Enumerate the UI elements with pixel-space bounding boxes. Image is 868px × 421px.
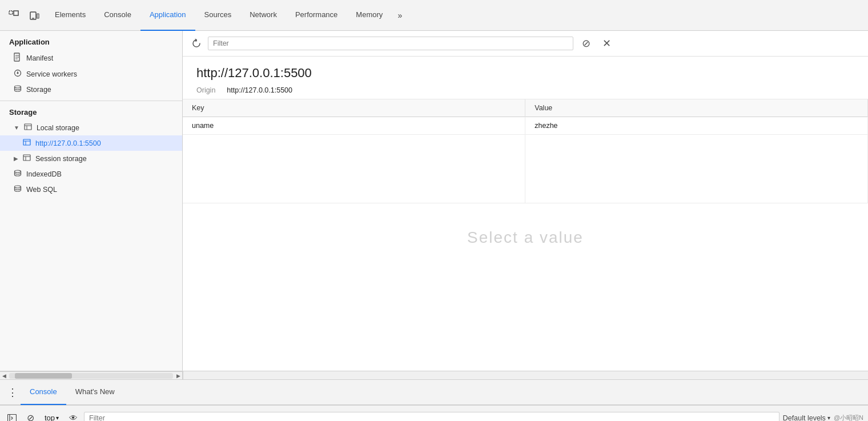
sidebar-item-storage-label: Storage bbox=[26, 86, 51, 94]
context-arrow-icon: ▾ bbox=[56, 415, 59, 421]
console-filter-input[interactable] bbox=[84, 412, 779, 422]
sidebar-item-session-storage[interactable]: ▶ Session storage bbox=[0, 151, 182, 166]
storage-table: Key Value uname zhezhe bbox=[183, 99, 868, 203]
sidebar-section-application: Application bbox=[0, 31, 182, 50]
inspect-element-icon[interactable] bbox=[5, 6, 23, 25]
table-area: Key Value uname zhezhe Select a va bbox=[183, 99, 868, 371]
table-header-row: Key Value bbox=[183, 99, 868, 117]
context-label: top bbox=[45, 414, 55, 421]
bottom-panel: ⋮ Console What's New ⊘ top ▾ 👁 Default l… bbox=[0, 379, 868, 421]
tab-console[interactable]: Console bbox=[95, 0, 140, 31]
main-layout: Application Manifest Service wor bbox=[0, 31, 868, 371]
table-body: uname zhezhe bbox=[183, 117, 868, 203]
sidebar: Application Manifest Service wor bbox=[0, 31, 183, 371]
hscroll-right-btn[interactable]: ▶ bbox=[174, 372, 182, 380]
sidebar-item-storage-app[interactable]: Storage bbox=[0, 82, 182, 97]
tab-performance[interactable]: Performance bbox=[286, 0, 347, 31]
origin-label: Origin bbox=[196, 86, 215, 94]
tab-sources[interactable]: Sources bbox=[195, 0, 241, 31]
session-storage-icon bbox=[23, 154, 31, 163]
col-key-header: Key bbox=[183, 99, 525, 117]
bottom-bar: ⊘ top ▾ 👁 Default levels ▾ @小昭昭N bbox=[0, 405, 868, 421]
tab-network[interactable]: Network bbox=[240, 0, 286, 31]
table-empty-key bbox=[183, 135, 525, 203]
svg-rect-3 bbox=[37, 14, 39, 18]
content-panel: ⊘ ✕ http://127.0.0.1:5500 Origin http://… bbox=[183, 31, 868, 371]
local-storage-expand-arrow: ▼ bbox=[14, 125, 19, 131]
local-storage-child-icon bbox=[23, 138, 31, 148]
origin-value: http://127.0.0.1:5500 bbox=[227, 86, 292, 94]
block-icon: ⊘ bbox=[27, 412, 34, 421]
sidebar-item-service-workers[interactable]: Service workers bbox=[0, 66, 182, 82]
svg-rect-15 bbox=[23, 139, 30, 145]
filter-input[interactable] bbox=[208, 37, 573, 50]
user-label: @小昭昭N bbox=[834, 414, 863, 421]
more-tabs-button[interactable]: » bbox=[392, 7, 408, 23]
table-watermark-text: Select a value bbox=[467, 228, 584, 249]
more-options-icon: ⋮ bbox=[7, 386, 18, 399]
context-selector[interactable]: top ▾ bbox=[41, 412, 62, 421]
origin-url-title: http://127.0.0.1:5500 bbox=[196, 66, 854, 81]
svg-point-10 bbox=[17, 73, 19, 74]
sidebar-scrollbar-row: ◀ ▶ bbox=[0, 371, 868, 379]
tab-application[interactable]: Application bbox=[140, 0, 195, 31]
bottom-tab-whats-new[interactable]: What's New bbox=[66, 380, 124, 405]
svg-point-22 bbox=[15, 186, 21, 188]
svg-rect-12 bbox=[25, 124, 31, 130]
filter-close-button[interactable]: ✕ bbox=[598, 35, 614, 51]
filter-clear-button[interactable]: ⊘ bbox=[578, 35, 594, 51]
sidebar-item-local-storage-child[interactable]: http://127.0.0.1:5500 bbox=[0, 135, 182, 151]
session-storage-expand-arrow: ▶ bbox=[14, 155, 18, 162]
refresh-button[interactable] bbox=[190, 37, 203, 50]
table-empty-value bbox=[525, 135, 868, 203]
eye-button[interactable]: 👁 bbox=[66, 411, 81, 422]
sidebar-toggle-button[interactable] bbox=[5, 411, 19, 422]
sidebar-section-storage: Storage bbox=[0, 105, 182, 120]
table-empty-row[interactable] bbox=[183, 135, 868, 203]
eye-icon: 👁 bbox=[69, 413, 78, 421]
sidebar-item-manifest[interactable]: Manifest bbox=[0, 50, 182, 66]
service-workers-icon bbox=[14, 69, 22, 79]
manifest-icon bbox=[14, 53, 22, 63]
svg-rect-18 bbox=[23, 155, 30, 161]
hscroll-track[interactable] bbox=[9, 373, 173, 379]
sidebar-item-local-storage[interactable]: ▼ Local storage bbox=[0, 120, 182, 135]
levels-arrow-icon: ▾ bbox=[827, 415, 830, 421]
sidebar-item-service-workers-label: Service workers bbox=[26, 70, 77, 78]
hscroll-left-btn[interactable]: ◀ bbox=[0, 372, 8, 380]
default-levels-button[interactable]: Default levels ▾ bbox=[783, 414, 830, 422]
sidebar-item-manifest-label: Manifest bbox=[26, 54, 53, 62]
table-cell-value: zhezhe bbox=[525, 117, 868, 135]
web-sql-label: Web SQL bbox=[26, 186, 57, 194]
svg-point-11 bbox=[15, 86, 21, 88]
table-row[interactable]: uname zhezhe bbox=[183, 117, 868, 135]
indexed-db-label: IndexedDB bbox=[26, 170, 62, 178]
bottom-tabs: ⋮ Console What's New bbox=[0, 380, 868, 405]
bottom-menu-button[interactable]: ⋮ bbox=[5, 384, 21, 400]
content-hscroll-spacer bbox=[183, 371, 868, 379]
origin-row: Origin http://127.0.0.1:5500 bbox=[196, 86, 854, 94]
local-storage-icon bbox=[24, 123, 32, 133]
table-watermark: Select a value bbox=[183, 203, 868, 249]
svg-rect-0 bbox=[9, 11, 13, 14]
sidebar-item-web-sql[interactable]: Web SQL bbox=[0, 182, 182, 197]
table-cell-key: uname bbox=[183, 117, 525, 135]
block-icon-button[interactable]: ⊘ bbox=[23, 411, 38, 422]
default-levels-label: Default levels bbox=[783, 414, 826, 422]
indexed-db-icon bbox=[14, 169, 22, 179]
svg-point-21 bbox=[15, 170, 21, 173]
tab-memory[interactable]: Memory bbox=[347, 0, 392, 31]
storage-app-icon bbox=[14, 85, 22, 94]
tabs-container: Elements Console Application Sources Net… bbox=[46, 0, 408, 30]
device-toolbar-icon[interactable] bbox=[25, 6, 43, 25]
tab-elements[interactable]: Elements bbox=[46, 0, 95, 31]
svg-rect-1 bbox=[14, 11, 18, 15]
bottom-tab-console[interactable]: Console bbox=[21, 380, 66, 405]
top-toolbar: Elements Console Application Sources Net… bbox=[0, 0, 868, 31]
sidebar-item-indexed-db[interactable]: IndexedDB bbox=[0, 166, 182, 182]
filter-bar: ⊘ ✕ bbox=[183, 31, 868, 57]
hscroll-thumb bbox=[15, 373, 72, 379]
session-storage-label: Session storage bbox=[35, 155, 87, 163]
local-storage-label: Local storage bbox=[37, 124, 79, 132]
local-storage-child-label: http://127.0.0.1:5500 bbox=[35, 139, 101, 147]
